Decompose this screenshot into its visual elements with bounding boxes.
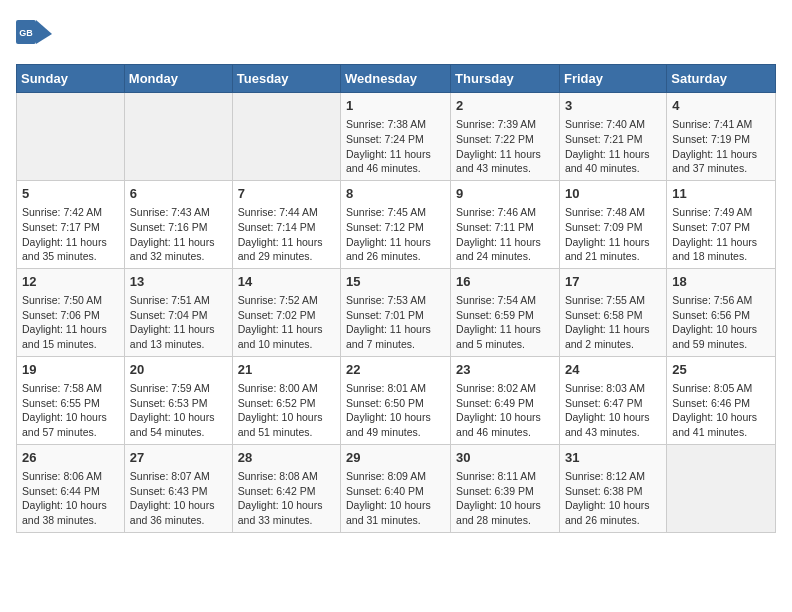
calendar-cell: 17Sunrise: 7:55 AMSunset: 6:58 PMDayligh… <box>559 268 666 356</box>
column-header-saturday: Saturday <box>667 65 776 93</box>
day-number: 11 <box>672 185 770 203</box>
calendar-cell: 8Sunrise: 7:45 AMSunset: 7:12 PMDaylight… <box>341 180 451 268</box>
day-info: Sunset: 7:12 PM <box>346 220 445 235</box>
day-info: Sunset: 6:40 PM <box>346 484 445 499</box>
day-info: Sunrise: 8:08 AM <box>238 469 335 484</box>
day-info: Sunset: 6:58 PM <box>565 308 661 323</box>
day-number: 15 <box>346 273 445 291</box>
day-info: Sunrise: 7:43 AM <box>130 205 227 220</box>
day-info: Sunrise: 7:40 AM <box>565 117 661 132</box>
day-info: Daylight: 11 hours and 18 minutes. <box>672 235 770 264</box>
day-info: Sunrise: 7:53 AM <box>346 293 445 308</box>
day-info: Sunrise: 7:42 AM <box>22 205 119 220</box>
day-info: Daylight: 10 hours and 28 minutes. <box>456 498 554 527</box>
calendar-cell: 11Sunrise: 7:49 AMSunset: 7:07 PMDayligh… <box>667 180 776 268</box>
day-number: 18 <box>672 273 770 291</box>
column-header-friday: Friday <box>559 65 666 93</box>
logo-icon: GB <box>16 16 52 52</box>
day-info: Sunset: 6:44 PM <box>22 484 119 499</box>
day-number: 23 <box>456 361 554 379</box>
calendar-cell: 5Sunrise: 7:42 AMSunset: 7:17 PMDaylight… <box>17 180 125 268</box>
calendar-cell <box>667 444 776 532</box>
day-info: Sunrise: 7:44 AM <box>238 205 335 220</box>
calendar-cell: 19Sunrise: 7:58 AMSunset: 6:55 PMDayligh… <box>17 356 125 444</box>
column-header-tuesday: Tuesday <box>232 65 340 93</box>
day-info: Sunrise: 8:06 AM <box>22 469 119 484</box>
calendar-cell: 12Sunrise: 7:50 AMSunset: 7:06 PMDayligh… <box>17 268 125 356</box>
day-info: Daylight: 11 hours and 26 minutes. <box>346 235 445 264</box>
day-number: 30 <box>456 449 554 467</box>
calendar-header-row: SundayMondayTuesdayWednesdayThursdayFrid… <box>17 65 776 93</box>
calendar-cell: 4Sunrise: 7:41 AMSunset: 7:19 PMDaylight… <box>667 93 776 181</box>
calendar-cell: 15Sunrise: 7:53 AMSunset: 7:01 PMDayligh… <box>341 268 451 356</box>
day-info: Sunrise: 8:09 AM <box>346 469 445 484</box>
day-info: Daylight: 11 hours and 43 minutes. <box>456 147 554 176</box>
day-info: Daylight: 11 hours and 24 minutes. <box>456 235 554 264</box>
day-number: 29 <box>346 449 445 467</box>
day-number: 26 <box>22 449 119 467</box>
calendar-cell: 30Sunrise: 8:11 AMSunset: 6:39 PMDayligh… <box>451 444 560 532</box>
day-number: 12 <box>22 273 119 291</box>
column-header-wednesday: Wednesday <box>341 65 451 93</box>
svg-marker-0 <box>36 20 52 44</box>
day-number: 14 <box>238 273 335 291</box>
day-number: 20 <box>130 361 227 379</box>
day-info: Sunrise: 7:45 AM <box>346 205 445 220</box>
day-info: Daylight: 10 hours and 51 minutes. <box>238 410 335 439</box>
day-info: Daylight: 10 hours and 46 minutes. <box>456 410 554 439</box>
day-number: 1 <box>346 97 445 115</box>
calendar-cell <box>232 93 340 181</box>
calendar-cell: 31Sunrise: 8:12 AMSunset: 6:38 PMDayligh… <box>559 444 666 532</box>
calendar-week-5: 26Sunrise: 8:06 AMSunset: 6:44 PMDayligh… <box>17 444 776 532</box>
day-info: Sunrise: 8:02 AM <box>456 381 554 396</box>
calendar-cell: 6Sunrise: 7:43 AMSunset: 7:16 PMDaylight… <box>124 180 232 268</box>
calendar-week-1: 1Sunrise: 7:38 AMSunset: 7:24 PMDaylight… <box>17 93 776 181</box>
day-number: 19 <box>22 361 119 379</box>
calendar-cell <box>124 93 232 181</box>
day-info: Sunset: 7:02 PM <box>238 308 335 323</box>
day-info: Sunrise: 8:01 AM <box>346 381 445 396</box>
day-info: Sunrise: 7:56 AM <box>672 293 770 308</box>
day-info: Sunset: 6:50 PM <box>346 396 445 411</box>
column-header-sunday: Sunday <box>17 65 125 93</box>
calendar-cell: 7Sunrise: 7:44 AMSunset: 7:14 PMDaylight… <box>232 180 340 268</box>
day-number: 10 <box>565 185 661 203</box>
day-info: Daylight: 11 hours and 29 minutes. <box>238 235 335 264</box>
day-info: Sunset: 7:06 PM <box>22 308 119 323</box>
day-info: Sunrise: 7:38 AM <box>346 117 445 132</box>
calendar-table: SundayMondayTuesdayWednesdayThursdayFrid… <box>16 64 776 533</box>
day-info: Sunset: 7:22 PM <box>456 132 554 147</box>
day-info: Sunset: 7:21 PM <box>565 132 661 147</box>
day-info: Sunset: 7:01 PM <box>346 308 445 323</box>
day-info: Sunrise: 7:54 AM <box>456 293 554 308</box>
day-number: 7 <box>238 185 335 203</box>
page-header: GB <box>16 16 776 52</box>
column-header-monday: Monday <box>124 65 232 93</box>
day-number: 16 <box>456 273 554 291</box>
day-info: Sunrise: 8:03 AM <box>565 381 661 396</box>
day-info: Daylight: 11 hours and 46 minutes. <box>346 147 445 176</box>
day-info: Sunset: 6:38 PM <box>565 484 661 499</box>
calendar-cell: 28Sunrise: 8:08 AMSunset: 6:42 PMDayligh… <box>232 444 340 532</box>
day-info: Daylight: 11 hours and 37 minutes. <box>672 147 770 176</box>
day-info: Daylight: 11 hours and 7 minutes. <box>346 322 445 351</box>
day-info: Sunrise: 7:46 AM <box>456 205 554 220</box>
day-info: Sunset: 6:53 PM <box>130 396 227 411</box>
day-info: Sunset: 6:46 PM <box>672 396 770 411</box>
day-number: 6 <box>130 185 227 203</box>
day-number: 2 <box>456 97 554 115</box>
day-info: Sunset: 7:24 PM <box>346 132 445 147</box>
day-number: 4 <box>672 97 770 115</box>
day-info: Daylight: 10 hours and 43 minutes. <box>565 410 661 439</box>
day-info: Daylight: 10 hours and 57 minutes. <box>22 410 119 439</box>
calendar-week-4: 19Sunrise: 7:58 AMSunset: 6:55 PMDayligh… <box>17 356 776 444</box>
day-info: Sunset: 6:42 PM <box>238 484 335 499</box>
calendar-cell: 16Sunrise: 7:54 AMSunset: 6:59 PMDayligh… <box>451 268 560 356</box>
day-number: 13 <box>130 273 227 291</box>
day-number: 22 <box>346 361 445 379</box>
day-info: Sunset: 7:19 PM <box>672 132 770 147</box>
day-number: 9 <box>456 185 554 203</box>
day-info: Sunrise: 8:11 AM <box>456 469 554 484</box>
day-info: Daylight: 11 hours and 32 minutes. <box>130 235 227 264</box>
day-info: Daylight: 11 hours and 15 minutes. <box>22 322 119 351</box>
